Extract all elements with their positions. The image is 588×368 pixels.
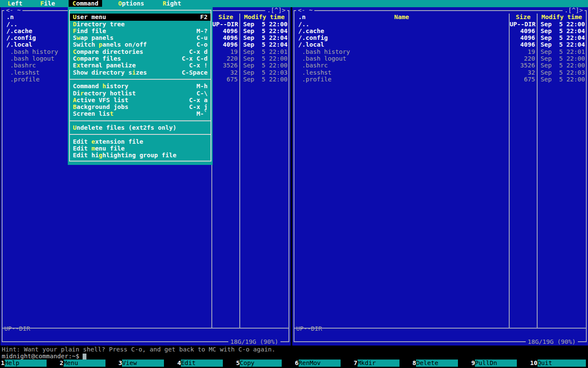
menubar-item-left[interactable]: Left xyxy=(4,0,26,7)
menubar-item-command[interactable]: Command xyxy=(69,0,102,7)
panel-history-path[interactable]: <- ~ xyxy=(4,7,22,14)
file-row[interactable]: .bash_logout220Sep 5 22:00 xyxy=(294,55,586,62)
empty-size-cell xyxy=(211,159,239,166)
menu-item[interactable]: Show directory sizesC-Space xyxy=(70,69,211,76)
file-row[interactable]: /..UP--DIRSep 5 22:00 xyxy=(294,21,586,28)
empty-size-cell xyxy=(509,187,537,193)
menu-item-label: Directory hotlist xyxy=(73,90,136,97)
empty-name-cell xyxy=(294,262,509,269)
panel-nav-buttons[interactable]: .[^]> xyxy=(265,7,287,14)
file-name: /.cache xyxy=(294,28,509,34)
fkey-button-copy[interactable]: 5Copy xyxy=(235,360,294,367)
fkey-button-mkdir[interactable]: 7Mkdir xyxy=(353,360,412,367)
menu-item[interactable]: Compare directoriesC-x d xyxy=(70,48,211,55)
file-size: 4096 xyxy=(509,28,537,34)
file-row[interactable]: .profile675Sep 5 22:00 xyxy=(294,76,586,83)
empty-mtime-cell xyxy=(537,228,586,235)
empty-name-cell xyxy=(3,228,211,235)
empty-size-cell xyxy=(509,97,537,103)
file-size: 220 xyxy=(211,55,239,62)
file-size: 4096 xyxy=(509,41,537,48)
menu-item[interactable]: External panelizeC-x ! xyxy=(70,62,211,69)
empty-name-cell xyxy=(294,193,509,200)
empty-size-cell xyxy=(211,97,239,103)
empty-mtime-cell xyxy=(537,145,586,152)
menu-item[interactable]: Background jobsC-x j xyxy=(70,103,211,110)
fkey-button-renmov[interactable]: 6RenMov xyxy=(294,360,353,367)
menu-item[interactable]: Undelete files (ext2fs only) xyxy=(70,124,211,131)
empty-size-cell xyxy=(211,283,239,290)
empty-size-cell xyxy=(509,290,537,297)
menubar-item-right[interactable]: Right xyxy=(159,0,185,7)
file-row[interactable]: /.config4096Sep 5 22:04 xyxy=(294,34,586,41)
menu-item[interactable]: Edit extension file xyxy=(70,138,211,145)
file-row[interactable]: .bashrc3526Sep 5 22:00 xyxy=(294,62,586,69)
command-menu: User menuF2Directory treeFind fileM-?Swa… xyxy=(68,7,213,165)
menu-item[interactable]: Compare filesC-x C-d xyxy=(70,55,211,62)
menu-item-shortcut: C-x a xyxy=(189,97,208,103)
file-row-empty xyxy=(294,290,586,297)
panel-right-border xyxy=(586,10,587,342)
empty-mtime-cell xyxy=(537,124,586,131)
empty-name-cell xyxy=(3,269,211,276)
empty-name-cell xyxy=(294,103,509,110)
fkey-number: 2 xyxy=(59,360,64,367)
menu-item[interactable]: Edit highlighting group file xyxy=(70,152,211,159)
menu-item[interactable]: User menuF2 xyxy=(70,14,211,20)
file-row-empty xyxy=(294,256,586,262)
empty-name-cell xyxy=(294,248,509,255)
empty-mtime-cell xyxy=(537,83,586,89)
file-row[interactable]: /.local4096Sep 5 22:04 xyxy=(294,41,586,48)
menu-item-hotkey: C xyxy=(73,48,77,55)
fkey-number: 5 xyxy=(235,360,240,367)
menu-item[interactable]: Active VFS listC-x a xyxy=(70,97,211,103)
menu-item[interactable]: Directory hotlistC-\ xyxy=(70,90,211,97)
panel-history-path[interactable]: <- ~ xyxy=(296,7,314,14)
size-column-header[interactable]: Size xyxy=(509,14,537,20)
empty-mtime-cell xyxy=(239,318,288,324)
file-list-header: .nName Size Modify time xyxy=(294,14,586,20)
fkey-button-help[interactable]: 1Help xyxy=(0,360,59,367)
shell-prompt[interactable]: midnight@commander:~$ xyxy=(2,353,86,360)
file-row-empty xyxy=(294,159,586,166)
mtime-column-header[interactable]: Modify time xyxy=(239,14,288,20)
fkey-button-pulldn[interactable]: 9PullDn xyxy=(470,360,529,367)
fkey-button-menu[interactable]: 2Menu xyxy=(59,360,118,367)
file-row-empty xyxy=(3,297,288,304)
file-mtime: Sep 5 22:00 xyxy=(239,55,288,62)
file-row[interactable]: .lesshst32Sep 5 22:03 xyxy=(294,69,586,76)
menu-item[interactable]: Edit menu file xyxy=(70,145,211,152)
menu-item[interactable]: Switch panels on/offC-o xyxy=(70,41,211,48)
menu-item[interactable]: Directory tree xyxy=(70,21,211,28)
panel-nav-buttons[interactable]: .[^]> xyxy=(563,7,585,14)
menubar-item-options[interactable]: Options xyxy=(114,0,148,7)
fkey-button-quit[interactable]: 10Quit xyxy=(529,360,588,367)
file-row-empty xyxy=(294,193,586,200)
file-row-empty xyxy=(294,207,586,214)
hint-line: Hint: Want your plain shell? Press C-o, … xyxy=(2,346,275,353)
empty-mtime-cell xyxy=(537,110,586,117)
menu-item[interactable]: Swap panelsC-u xyxy=(70,34,211,41)
fkey-button-delete[interactable]: 8Delete xyxy=(412,360,471,367)
menu-item[interactable]: Screen listM-` xyxy=(70,110,211,117)
menubar-item-hotkey: C xyxy=(72,0,76,7)
fkey-button-edit[interactable]: 4Edit xyxy=(176,360,235,367)
fkey-button-view[interactable]: 3View xyxy=(118,360,177,367)
fkey-label: Delete xyxy=(416,360,458,367)
panel-right-border xyxy=(288,10,289,342)
file-row-empty xyxy=(294,200,586,207)
mtime-column-header[interactable]: Modify time xyxy=(537,14,586,20)
menu-item[interactable]: Command historyM-h xyxy=(70,83,211,89)
file-row[interactable]: /.cache4096Sep 5 22:04 xyxy=(294,28,586,34)
fkey-label: Menu xyxy=(64,360,105,367)
empty-size-cell xyxy=(211,117,239,124)
file-row[interactable]: .bash_history19Sep 5 22:01 xyxy=(294,48,586,55)
empty-name-cell xyxy=(294,276,509,283)
menubar-item-file[interactable]: File xyxy=(36,0,59,7)
size-column-header[interactable]: Size xyxy=(211,14,239,20)
file-mtime: Sep 5 22:03 xyxy=(537,69,586,76)
menu-item[interactable]: Find fileM-? xyxy=(70,28,211,34)
file-row-empty xyxy=(294,173,586,179)
name-column-header[interactable]: .nName xyxy=(294,14,509,20)
empty-name-cell xyxy=(294,131,509,138)
